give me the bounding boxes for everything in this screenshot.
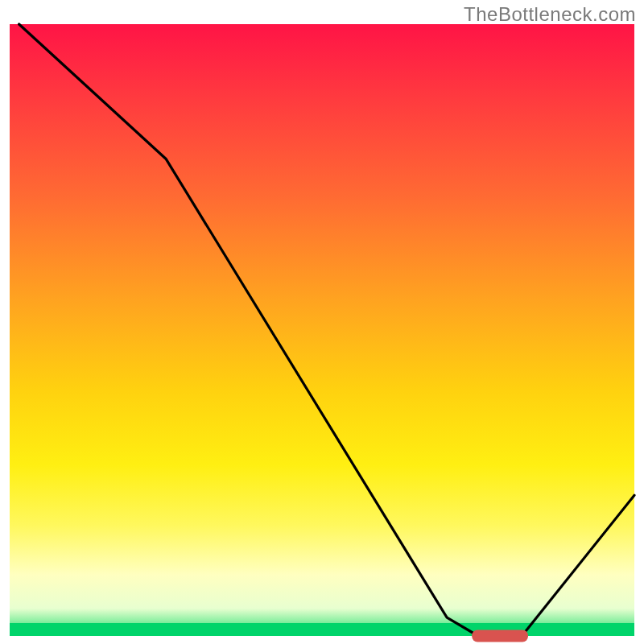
watermark-label: TheBottleneck.com [464, 3, 636, 26]
chart-svg [0, 0, 644, 644]
gradient-background [10, 24, 634, 636]
optimum-marker [472, 630, 528, 642]
green-baseline-band [10, 623, 634, 636]
chart-stage: TheBottleneck.com [0, 0, 644, 644]
